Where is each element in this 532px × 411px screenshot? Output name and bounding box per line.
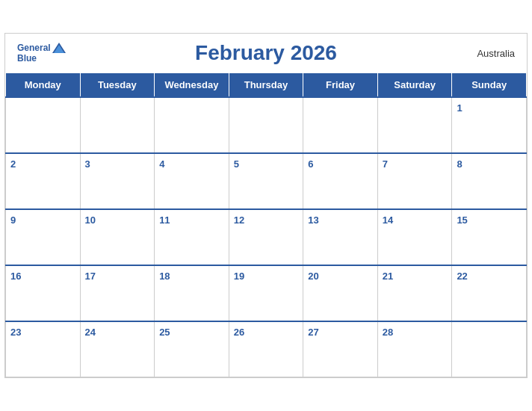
day-number-3: 3 [85, 158, 90, 170]
day-number-27: 27 [308, 327, 318, 338]
logo-area: General Blue [17, 43, 66, 64]
day-number-9: 9 [10, 214, 16, 226]
day-number-25: 25 [159, 327, 170, 338]
calendar-header: General Blue February 2026 Australia [5, 34, 527, 72]
day-cell-11: 11 [155, 209, 229, 265]
day-number-1: 1 [457, 102, 462, 114]
day-number-4: 4 [159, 158, 164, 170]
day-number-5: 5 [234, 158, 239, 170]
day-number-12: 12 [234, 214, 244, 226]
day-cell-10: 10 [80, 209, 155, 265]
day-cell-16: 16 [6, 265, 81, 321]
day-cell-21: 21 [377, 265, 452, 321]
week-row-3: 9101112131415 [6, 209, 527, 265]
calendar-table: Monday Tuesday Wednesday Thursday Friday… [5, 72, 527, 378]
day-number-8: 8 [457, 158, 462, 170]
empty-cell-w4d6 [452, 321, 527, 377]
day-number-13: 13 [308, 214, 318, 226]
logo-blue-text: Blue [17, 53, 37, 64]
week-row-1: 1 [6, 97, 527, 153]
day-number-10: 10 [85, 214, 96, 226]
day-cell-3: 3 [80, 153, 155, 209]
day-number-21: 21 [383, 271, 393, 282]
day-number-16: 16 [10, 271, 21, 282]
empty-cell-w0d2 [155, 97, 229, 153]
header-sunday: Sunday [452, 72, 527, 97]
day-cell-27: 27 [303, 321, 378, 377]
day-number-11: 11 [159, 214, 170, 226]
day-number-23: 23 [10, 327, 21, 338]
empty-cell-w0d4 [303, 97, 378, 153]
header-tuesday: Tuesday [80, 72, 155, 97]
week-row-2: 2345678 [6, 153, 527, 209]
day-cell-1: 1 [452, 97, 527, 153]
logo-icon [52, 43, 66, 53]
day-cell-15: 15 [452, 209, 527, 265]
day-number-14: 14 [383, 214, 393, 226]
day-cell-9: 9 [6, 209, 81, 265]
week-row-5: 232425262728 [6, 321, 527, 377]
header-thursday: Thursday [229, 72, 303, 97]
week-row-4: 16171819202122 [6, 265, 527, 321]
day-cell-13: 13 [303, 209, 378, 265]
header-friday: Friday [303, 72, 378, 97]
month-title: February 2026 [195, 41, 337, 65]
logo-general-text: General [17, 43, 51, 53]
day-cell-5: 5 [229, 153, 303, 209]
day-cell-4: 4 [155, 153, 229, 209]
day-cell-14: 14 [377, 209, 452, 265]
header-wednesday: Wednesday [155, 72, 229, 97]
day-number-6: 6 [308, 158, 313, 170]
day-cell-25: 25 [155, 321, 229, 377]
day-number-24: 24 [85, 327, 96, 338]
day-cell-17: 17 [80, 265, 155, 321]
empty-cell-w0d3 [229, 97, 303, 153]
day-number-20: 20 [308, 271, 318, 282]
day-number-15: 15 [457, 214, 467, 226]
day-number-17: 17 [85, 271, 96, 282]
header-saturday: Saturday [377, 72, 452, 97]
day-number-2: 2 [10, 158, 16, 170]
day-cell-22: 22 [452, 265, 527, 321]
day-number-28: 28 [383, 327, 393, 338]
day-number-22: 22 [457, 271, 467, 282]
day-cell-7: 7 [377, 153, 452, 209]
day-number-7: 7 [383, 158, 388, 170]
day-number-19: 19 [234, 271, 244, 282]
country-label: Australia [477, 47, 515, 58]
day-cell-18: 18 [155, 265, 229, 321]
day-cell-28: 28 [377, 321, 452, 377]
empty-cell-w0d5 [377, 97, 452, 153]
empty-cell-w0d0 [6, 97, 81, 153]
weekday-header-row: Monday Tuesday Wednesday Thursday Friday… [6, 72, 527, 97]
day-cell-24: 24 [80, 321, 155, 377]
empty-cell-w0d1 [80, 97, 155, 153]
day-number-18: 18 [159, 271, 170, 282]
header-monday: Monday [6, 72, 81, 97]
day-cell-20: 20 [303, 265, 378, 321]
day-cell-23: 23 [6, 321, 81, 377]
day-number-26: 26 [234, 327, 244, 338]
calendar-container: General Blue February 2026 Australia Mon… [4, 33, 528, 379]
day-cell-8: 8 [452, 153, 527, 209]
day-cell-12: 12 [229, 209, 303, 265]
day-cell-2: 2 [6, 153, 81, 209]
day-cell-19: 19 [229, 265, 303, 321]
day-cell-26: 26 [229, 321, 303, 377]
day-cell-6: 6 [303, 153, 378, 209]
